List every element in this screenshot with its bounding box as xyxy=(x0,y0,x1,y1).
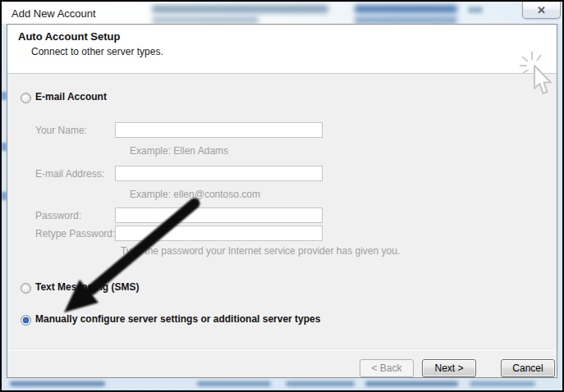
your-name-label: Your Name: xyxy=(35,125,87,136)
footer-divider xyxy=(7,350,557,351)
background-blur-blob xyxy=(470,381,535,386)
background-blur-blob xyxy=(355,16,457,24)
background-blur-blob xyxy=(152,5,328,13)
password-input[interactable] xyxy=(115,207,323,223)
background-blur-blob xyxy=(355,5,457,13)
background-blur-blob xyxy=(197,381,271,386)
radio-email-account[interactable] xyxy=(21,93,31,103)
radio-text-messaging[interactable] xyxy=(21,283,31,294)
cursor-pointer-icon xyxy=(520,50,561,98)
window-titlebar[interactable]: Add New Account xyxy=(2,2,562,24)
radio-text-messaging-label[interactable]: Text Messaging (SMS) xyxy=(35,281,139,293)
password-label: Password: xyxy=(35,210,81,221)
email-address-label: E-mail Address: xyxy=(35,168,104,180)
dialog-panel: Auto Account Setup Connect to other serv… xyxy=(7,24,557,378)
close-icon: ✕ xyxy=(537,5,546,16)
add-new-account-dialog: Add New Account ✕ Auto Account Setup Con… xyxy=(0,0,564,392)
your-name-example: Example: Ellen Adams xyxy=(130,145,228,157)
background-blur-blob xyxy=(10,381,105,386)
background-blur-blob xyxy=(365,381,458,386)
email-address-example: Example: ellen@contoso.com xyxy=(130,189,260,200)
window-title: Add New Account xyxy=(11,7,96,20)
retype-password-input[interactable] xyxy=(115,226,323,241)
next-button[interactable]: Next > xyxy=(422,359,476,377)
retype-password-label: Retype Password: xyxy=(35,228,115,239)
background-blur-blob xyxy=(468,7,483,13)
your-name-input[interactable] xyxy=(115,122,323,138)
back-button[interactable]: < Back xyxy=(360,359,414,377)
email-address-input[interactable] xyxy=(115,166,323,181)
page-subtitle: Connect to other server types. xyxy=(31,46,163,57)
page-title: Auto Account Setup xyxy=(18,30,120,43)
cancel-button[interactable]: Cancel xyxy=(501,359,555,377)
wizard-header: Auto Account Setup Connect to other serv… xyxy=(7,25,557,74)
background-blur-blob xyxy=(286,381,355,386)
password-hint: Type the password your Internet service … xyxy=(121,245,400,257)
radio-manual-configure[interactable] xyxy=(21,315,31,326)
close-button[interactable]: ✕ xyxy=(522,2,561,19)
radio-manual-configure-label[interactable]: Manually configure server settings or ad… xyxy=(35,313,320,325)
background-blur-blob xyxy=(152,16,259,24)
radio-email-account-label[interactable]: E-mail Account xyxy=(35,91,107,103)
